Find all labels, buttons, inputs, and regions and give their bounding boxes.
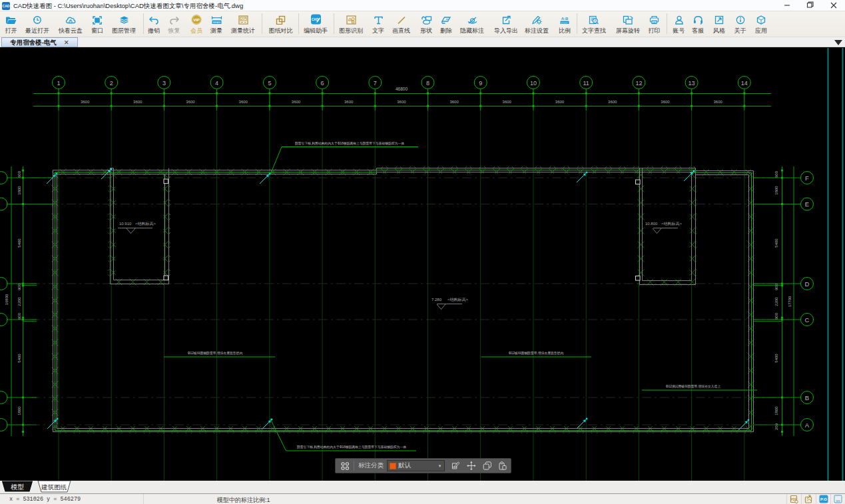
svg-text:13: 13 (689, 80, 695, 87)
svg-text:3600: 3600 (344, 100, 354, 104)
svg-text:10.800: 10.800 (645, 222, 658, 226)
svg-text:900: 900 (774, 283, 778, 290)
svg-text:1800: 1800 (17, 406, 21, 415)
svg-text:5400: 5400 (17, 354, 21, 363)
svg-text:3600: 3600 (239, 100, 248, 104)
svg-text:<结构标高>: <结构标高> (135, 221, 156, 226)
svg-text:D: D (805, 280, 810, 288)
svg-text:1800: 1800 (17, 186, 21, 195)
svg-text:1800: 1800 (774, 186, 778, 195)
svg-text:6: 6 (321, 80, 324, 87)
svg-text:P:O: P:O (820, 497, 828, 501)
svg-text:C: C (805, 316, 810, 324)
svg-text:7.280: 7.280 (431, 298, 442, 302)
svg-text:防雷引下线,利用结构柱内大于Φ16钢筋两根上与防雷带下与基础: 防雷引下线,利用结构柱内大于Φ16钢筋两根上与防雷带下与基础钢筋焊为一体 (295, 141, 404, 146)
svg-text:200: 200 (774, 423, 778, 430)
svg-text:9: 9 (479, 80, 482, 87)
svg-text:3600: 3600 (292, 100, 301, 104)
svg-text:16800: 16800 (5, 294, 9, 305)
svg-text:900: 900 (17, 283, 21, 290)
svg-text:8: 8 (426, 80, 429, 87)
svg-text:4: 4 (215, 80, 218, 87)
svg-text:A: A (805, 421, 810, 429)
svg-text:<结构标高>: <结构标高> (447, 297, 469, 302)
svg-text:11: 11 (583, 80, 589, 87)
svg-text:F: F (805, 174, 809, 182)
svg-text:2200: 2200 (774, 297, 778, 306)
svg-text:1: 1 (57, 80, 60, 87)
svg-text:3600: 3600 (661, 100, 670, 104)
svg-text:Φ12接闪用镀锌防雷带,明设在女儿墙上: Φ12接闪用镀锌防雷带,明设在女儿墙上 (666, 384, 721, 389)
svg-text:5: 5 (268, 80, 271, 87)
svg-text:5400: 5400 (774, 238, 778, 248)
svg-text:<结构标高>: <结构标高> (661, 221, 683, 226)
svg-text:2: 2 (110, 80, 113, 87)
svg-text:900: 900 (17, 312, 21, 320)
svg-text:12: 12 (635, 80, 642, 87)
svg-text:3600: 3600 (133, 100, 142, 104)
svg-text:Φ12镀锌圆钢防雷带,埋设在屋面垫层内: Φ12镀锌圆钢防雷带,埋设在屋面垫层内 (188, 351, 243, 356)
svg-text:Φ12镀锌圆钢防雷带,埋设在屋面垫层内: Φ12镀锌圆钢防雷带,埋设在屋面垫层内 (509, 351, 564, 356)
svg-text:3600: 3600 (449, 100, 459, 104)
svg-text:600: 600 (774, 170, 778, 178)
svg-text:3600: 3600 (503, 100, 512, 104)
svg-text:900: 900 (774, 312, 778, 320)
svg-text:14: 14 (741, 80, 748, 87)
svg-text:3600: 3600 (608, 100, 617, 104)
svg-text:10: 10 (530, 80, 537, 87)
svg-text:模型: 模型 (11, 483, 24, 491)
svg-text:46800: 46800 (396, 87, 408, 91)
svg-text:B: B (805, 394, 809, 401)
svg-text:17700: 17700 (788, 296, 792, 307)
svg-text:3600: 3600 (397, 100, 406, 104)
svg-text:3: 3 (162, 80, 166, 87)
svg-text:建筑图纸: 建筑图纸 (41, 483, 67, 491)
svg-text:2200: 2200 (17, 297, 21, 306)
svg-text:5400: 5400 (774, 354, 778, 363)
svg-text:E: E (805, 200, 809, 208)
svg-text:3600: 3600 (555, 100, 565, 104)
svg-text:10.910: 10.910 (119, 222, 132, 226)
svg-text:5400: 5400 (17, 238, 21, 248)
svg-text:600: 600 (17, 170, 21, 178)
svg-text:3600: 3600 (81, 100, 90, 104)
svg-text:防雷引下线,利用结构柱内大于Φ16钢筋两根上与防雷带下与基础: 防雷引下线,利用结构柱内大于Φ16钢筋两根上与防雷带下与基础钢筋焊为一体 (297, 445, 406, 449)
svg-text:MEAS: MEAS (212, 21, 220, 24)
svg-text:A:B: A:B (561, 17, 569, 21)
svg-text:1800: 1800 (774, 406, 778, 415)
svg-text:3600: 3600 (186, 100, 195, 104)
svg-text:7: 7 (374, 80, 377, 87)
svg-text:3600: 3600 (714, 100, 723, 104)
